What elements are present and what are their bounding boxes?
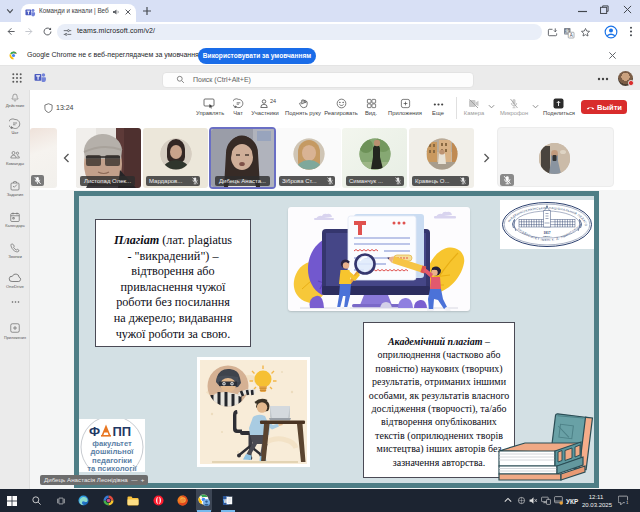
svg-text:A: A xyxy=(570,33,573,38)
svg-text:Ф: Ф xyxy=(89,424,100,439)
svg-text:ПП: ПП xyxy=(113,424,132,439)
svg-text:W: W xyxy=(224,498,229,504)
svg-text:ОДЕСА: ОДЕСА xyxy=(543,235,552,238)
svg-text:1817: 1817 xyxy=(543,231,550,235)
svg-text:та психології: та психології xyxy=(87,464,137,472)
